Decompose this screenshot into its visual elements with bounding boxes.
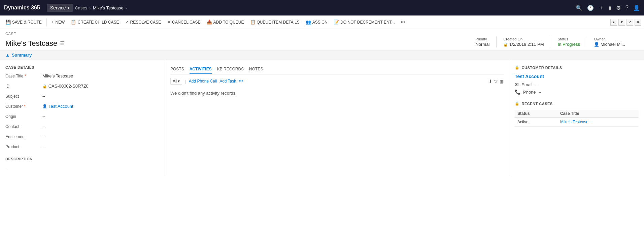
nav-icon-group: 🔍 🕐 ＋ ⧫ ⚙ ? 👤: [576, 4, 640, 11]
queue-item-details-button[interactable]: 📋 QUEUE ITEM DETAILS: [247, 18, 302, 26]
top-navigation: Dynamics 365 Service ▾ Cases › Mike's Te…: [0, 0, 644, 15]
new-button[interactable]: + NEW: [49, 18, 68, 26]
phone-icon: 📞: [515, 89, 520, 95]
assign-icon: 👥: [306, 20, 311, 25]
lock-icon: 🔒: [503, 42, 508, 46]
case-header: CASE Mike's Testcase ☰ Priority Normal C…: [0, 29, 644, 51]
tab-posts[interactable]: POSTS: [170, 65, 184, 74]
add-phone-call-button[interactable]: Add Phone Call: [189, 79, 217, 84]
table-row: Active Mike's Testcase: [515, 118, 639, 127]
resolve-case-button[interactable]: ✓ RESOLVE CASE: [123, 18, 164, 26]
scroll-up-button[interactable]: ▲: [610, 19, 617, 26]
expand-button[interactable]: ⤢: [626, 19, 633, 26]
tab-notes[interactable]: NOTES: [249, 65, 263, 74]
owner-icon: 👤: [594, 42, 599, 47]
do-not-decrement-button[interactable]: 📝 DO NOT DECREMENT ENT...: [331, 18, 398, 26]
module-label: Service: [50, 5, 66, 10]
customer-phone-value: --: [539, 90, 542, 95]
history-icon[interactable]: 🕐: [587, 5, 594, 11]
status-label: Status: [558, 37, 580, 41]
list-icon[interactable]: ☰: [60, 40, 65, 46]
assign-button[interactable]: 👥 ASSIGN: [303, 18, 330, 26]
tab-activities[interactable]: ACTIVITIES: [190, 65, 212, 74]
close-panel-button[interactable]: ✕: [635, 19, 641, 26]
case-title-value: Mike's Testcase: [42, 73, 159, 78]
summary-section-header[interactable]: ▲ Summary: [0, 51, 644, 60]
breadcrumb-separator-2: ›: [126, 5, 127, 10]
customer-name-link[interactable]: Test Account: [515, 74, 639, 79]
case-title-area: Mike's Testcase ☰: [5, 39, 65, 48]
priority-meta: Priority Normal: [475, 36, 497, 47]
plus-icon: +: [52, 20, 54, 25]
filter-icon[interactable]: ⧫: [609, 5, 611, 11]
activities-panel: POSTS ACTIVITIES KB RECORDS NOTES All ▾ …: [165, 60, 509, 175]
queue-details-icon: 📋: [250, 20, 256, 25]
grid-view-icon[interactable]: ▦: [500, 79, 504, 84]
created-on-value: 🔒 1/2/2019 2:11 PM: [503, 42, 544, 47]
field-row-origin: Origin --: [5, 114, 159, 121]
email-icon: ✉: [515, 82, 519, 87]
module-selector[interactable]: Service ▾: [47, 4, 73, 12]
required-marker: *: [25, 74, 26, 78]
customer-email-value: --: [535, 82, 538, 87]
customer-panel: 🔒 CUSTOMER DETAILS Test Account ✉ Email …: [509, 60, 644, 175]
subject-label: Subject: [5, 94, 42, 99]
chevron-down-icon: ▾: [68, 6, 69, 10]
description-section: DESCRIPTION --: [5, 157, 159, 170]
filter-all-label: All: [173, 79, 177, 84]
add-to-queue-button[interactable]: 📥 ADD TO QUEUE: [204, 18, 247, 26]
add-task-button[interactable]: Add Task: [219, 79, 236, 84]
recent-cases-table: Status Case Title Active Mike's Testcase: [515, 110, 639, 127]
field-row-subject: Subject --: [5, 94, 159, 101]
more-activities-button[interactable]: •••: [239, 79, 243, 84]
filter-chevron-icon: ▾: [178, 79, 180, 84]
more-icon: •••: [401, 20, 405, 25]
save-route-button[interactable]: 💾 SAVE & ROUTE: [3, 18, 44, 26]
field-row-id: ID 🔒 CAS-00002-S8R7Z0: [5, 84, 159, 91]
scroll-down-button[interactable]: ▼: [618, 19, 625, 26]
owner-value[interactable]: 👤 Michael Mi...: [594, 42, 625, 47]
customer-phone-row: 📞 Phone --: [515, 89, 639, 95]
customer-phone-label: Phone: [523, 90, 536, 95]
help-icon[interactable]: ?: [625, 5, 629, 11]
origin-value: --: [42, 114, 159, 119]
contact-value: --: [42, 124, 159, 129]
add-icon[interactable]: ＋: [599, 4, 604, 11]
priority-value: Normal: [475, 42, 489, 47]
cancel-case-button[interactable]: ✕ CANCEL CASE: [164, 18, 203, 26]
case-details-panel: CASE DETAILS Case Title * Mike's Testcas…: [0, 60, 165, 175]
command-toolbar: 💾 SAVE & ROUTE + NEW 📋 CREATE CHILD CASE…: [0, 15, 644, 29]
entitlement-label: Entitlement: [5, 134, 42, 139]
customer-required-marker: *: [24, 104, 26, 109]
app-brand[interactable]: Dynamics 365: [4, 5, 40, 11]
breadcrumb-cases[interactable]: Cases: [75, 5, 87, 10]
resolve-icon: ✓: [125, 20, 129, 25]
case-title-row: Mike's Testcase ☰ Priority Normal Create…: [5, 36, 639, 50]
filter-view-icon[interactable]: ▽: [494, 79, 498, 84]
origin-label: Origin: [5, 114, 42, 119]
settings-icon[interactable]: ⚙: [616, 5, 621, 11]
case-details-title: CASE DETAILS: [5, 65, 159, 69]
queue-icon: 📥: [207, 20, 212, 25]
case-title-label: Case Title *: [5, 73, 42, 78]
description-title: DESCRIPTION: [5, 157, 159, 161]
owner-label: Owner: [594, 37, 625, 41]
cancel-icon: ✕: [167, 20, 171, 25]
create-child-case-button[interactable]: 📋 CREATE CHILD CASE: [68, 18, 122, 26]
more-options-button[interactable]: •••: [398, 19, 408, 26]
recent-case-title-link[interactable]: Mike's Testcase: [557, 118, 639, 127]
field-row-contact: Contact --: [5, 124, 159, 131]
customer-value[interactable]: 👤 Test Account: [42, 104, 159, 109]
subject-value: --: [42, 94, 159, 99]
tab-kb-records[interactable]: KB RECORDS: [217, 65, 244, 74]
scroll-controls: ▲ ▼ ⤢ ✕: [610, 19, 641, 26]
no-records-message: We didn't find any activity records.: [170, 88, 504, 98]
status-value: In Progress: [558, 42, 580, 47]
all-filter-dropdown[interactable]: All ▾: [170, 78, 182, 85]
main-content: CASE DETAILS Case Title * Mike's Testcas…: [0, 60, 644, 175]
search-icon[interactable]: 🔍: [576, 5, 582, 11]
sort-down-icon[interactable]: ⬇: [488, 79, 492, 84]
customer-details-header: 🔒 CUSTOMER DETAILS: [515, 65, 639, 70]
user-icon[interactable]: 👤: [633, 5, 640, 11]
customer-email-label: Email: [521, 82, 533, 87]
